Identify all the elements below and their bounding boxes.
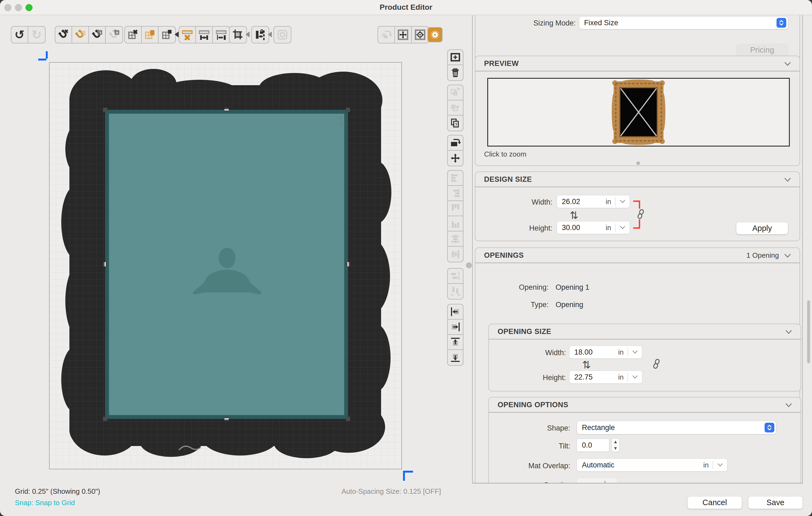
opening-number-label: 1 (339, 115, 345, 128)
swap-vertical-button[interactable] (448, 269, 463, 284)
align-left-button[interactable] (448, 171, 463, 186)
bring-forward-button[interactable]: 3 (448, 85, 463, 100)
frame-preview-thumbnail (488, 79, 789, 146)
grid-delete-button[interactable] (125, 27, 142, 43)
opening-options-header[interactable]: OPENING OPTIONS (489, 398, 801, 413)
design-canvas[interactable]: 1 (49, 62, 402, 469)
opening-value: Opening 1 (556, 283, 589, 292)
design-height-field[interactable]: 30.00 in (557, 221, 630, 234)
sizing-mode-value: Fixed Size (579, 19, 777, 27)
svg-text:3: 3 (454, 92, 456, 96)
unit-dropdown-icon[interactable] (615, 224, 630, 231)
product-editor-window: Product Editor ↺ ↻ (0, 0, 812, 516)
pan-view-button[interactable] (395, 27, 412, 43)
design-size-header[interactable]: DESIGN SIZE (475, 172, 800, 187)
grid-status: Grid: 0.25" (Showing 0.50") (15, 487, 100, 496)
chevron-down-icon[interactable] (783, 175, 792, 184)
snap-top-edge-button[interactable] (448, 335, 463, 350)
link-dimensions-icon[interactable] (635, 209, 646, 219)
snap-left-edge-button[interactable] (448, 304, 463, 320)
snap-status: Snap: Snap to Grid (15, 499, 75, 507)
preview-image-box[interactable] (487, 78, 790, 146)
design-width-field[interactable]: 26.02 in (557, 195, 630, 208)
mat-overlap-field[interactable]: Automatic in (577, 459, 727, 471)
opening-height-unit: in (618, 373, 628, 381)
link-opening-dimensions-icon[interactable] (651, 358, 662, 369)
unit-dropdown-icon[interactable] (615, 198, 630, 205)
opening-size-header[interactable]: OPENING SIZE (489, 324, 801, 340)
opening-width-field[interactable]: 18.00 in (569, 346, 642, 359)
save-button[interactable]: Save (748, 496, 803, 509)
delete-opening-button[interactable] (448, 65, 463, 80)
swap-dimensions-icon[interactable]: ⇅ (570, 210, 578, 221)
chevron-down-icon[interactable] (784, 401, 793, 410)
rotate-icon (450, 137, 461, 148)
tilt-stepper[interactable]: ▲▼ (611, 438, 619, 452)
apply-button[interactable]: Apply (736, 222, 788, 235)
opening-type-label: Type: (502, 301, 549, 309)
align-bottom-button[interactable] (448, 216, 463, 232)
align-top-button[interactable] (448, 201, 463, 216)
undo-button[interactable]: ↺ (11, 27, 28, 43)
shape-select[interactable]: Rectangle (577, 421, 776, 434)
duplicate-button[interactable]: ? (448, 115, 463, 131)
tilt-field[interactable]: 0.0 (577, 439, 609, 452)
pricing-button[interactable]: Pricing (736, 44, 788, 56)
magnet-off-icon (58, 29, 69, 40)
snap-bottom-edge-button[interactable] (448, 350, 463, 365)
opacity-field[interactable]: ˄˅ (577, 478, 617, 484)
magnet-disabled-button[interactable] (106, 27, 122, 43)
opening-height-label: Height: (519, 374, 566, 382)
ruler-width-button[interactable] (213, 27, 230, 43)
ruler-width-icon (215, 29, 227, 40)
center-view-button[interactable] (412, 27, 429, 43)
chevron-down-icon[interactable] (783, 60, 792, 69)
cancel-button[interactable]: Cancel (687, 496, 742, 509)
center-rows-button[interactable] (448, 232, 463, 247)
pane-splitter-handle[interactable] (466, 262, 472, 268)
preview-page-dot[interactable] (636, 161, 640, 165)
swap-opening-dimensions-icon[interactable]: ⇅ (582, 359, 591, 371)
ruler-spacing-button[interactable] (196, 27, 213, 43)
shape-value: Rectangle (577, 424, 764, 432)
redo-button[interactable]: ↻ (28, 27, 45, 43)
unit-dropdown-icon[interactable] (628, 374, 642, 381)
openings-header[interactable]: OPENINGS 1 Opening (475, 248, 800, 263)
nested-frames-button[interactable] (274, 27, 291, 43)
magnet-off-button[interactable] (55, 27, 72, 43)
add-opening-button[interactable] (448, 50, 463, 65)
duplicate-unknown-icon: ? (450, 118, 461, 129)
magnet-disabled-icon (108, 29, 120, 40)
align-right-button[interactable] (448, 186, 463, 201)
magnet-crop-button[interactable] (89, 27, 106, 43)
lock-spacing-button[interactable] (252, 27, 269, 43)
grid-stack-icon (161, 29, 173, 40)
magnet-grid-button[interactable] (72, 27, 89, 43)
copy-transform-button[interactable] (378, 27, 395, 43)
panel-scrollbar[interactable] (807, 300, 810, 363)
crop-marks-button[interactable] (230, 27, 246, 43)
design-height-value: 30.00 (557, 223, 606, 232)
bring-forward-3-icon: 3 (450, 87, 461, 98)
preview-header[interactable]: PREVIEW (475, 56, 800, 71)
mat-opening[interactable]: 1 (105, 110, 348, 419)
center-columns-button[interactable] (448, 247, 463, 262)
swap-horizontal-button[interactable] (448, 284, 463, 299)
move-icon (450, 153, 461, 164)
effects-button[interactable] (427, 27, 443, 42)
ruler-off-button[interactable] (179, 27, 196, 43)
design-size-title: DESIGN SIZE (484, 172, 532, 187)
send-backward-button[interactable]: 3 (448, 100, 463, 115)
unit-dropdown-icon[interactable] (713, 461, 727, 468)
chevron-down-icon[interactable] (783, 251, 792, 260)
chevron-down-icon[interactable] (784, 328, 793, 336)
move-opening-button[interactable] (448, 151, 463, 166)
grid-add-button[interactable] (142, 27, 158, 43)
rotate-opening-button[interactable] (448, 135, 463, 151)
lock-spacing-group (251, 26, 269, 44)
sizing-mode-select[interactable]: Fixed Size (579, 16, 788, 29)
opening-height-field[interactable]: 22.75 in (569, 371, 642, 384)
snap-right-edge-button[interactable] (448, 320, 463, 335)
grid-stack-button[interactable] (158, 27, 175, 43)
unit-dropdown-icon[interactable] (628, 349, 642, 356)
